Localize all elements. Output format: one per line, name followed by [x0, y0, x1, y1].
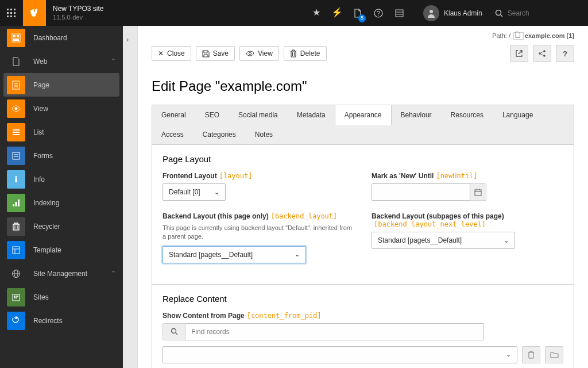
typo3-logo[interactable]	[23, 0, 46, 26]
datepicker-button[interactable]	[470, 183, 486, 201]
open-new-window-button[interactable]	[510, 45, 528, 62]
module-icon	[7, 312, 25, 330]
group-label: Web	[33, 57, 47, 66]
save-icon	[202, 50, 210, 57]
chevron-down-icon: ⌄	[295, 251, 300, 258]
share-button[interactable]	[533, 45, 551, 62]
module-group-site[interactable]: Site Management ⌃	[0, 262, 123, 285]
toolbar-icons: ★ ⚡ 5 ?	[306, 0, 409, 26]
module-sites[interactable]: Sites	[0, 285, 123, 309]
opendocs-badge: 5	[358, 14, 366, 22]
svg-line-60	[176, 333, 177, 335]
tab-metadata[interactable]: Metadata	[287, 105, 335, 125]
share-icon	[538, 49, 546, 57]
app-switcher[interactable]	[0, 0, 23, 26]
tabs: GeneralSEOSocial mediaMetadataAppearance…	[152, 105, 574, 145]
globe-icon	[7, 264, 25, 283]
remove-record-button[interactable]	[522, 346, 540, 363]
panel-replace-content: Replace Content Show Content from Page[c…	[152, 284, 574, 368]
search-box[interactable]	[489, 0, 582, 26]
module-forms[interactable]: Forms	[0, 144, 123, 167]
module-icon	[7, 170, 25, 189]
help-icon[interactable]: ?	[368, 0, 389, 26]
module-template[interactable]: Template	[0, 238, 123, 262]
site-info[interactable]: New TYPO3 site 11.5.0-dev ★ ⚡ 5 ?	[46, 0, 416, 26]
docheader: ✕Close Save View Delete ?	[138, 41, 588, 70]
cache-icon[interactable]: ⚡	[327, 0, 347, 26]
page-icon	[513, 32, 524, 40]
search-input[interactable]	[508, 9, 577, 17]
backend-layout-select[interactable]: Standard [pagets__Default] ⌄	[163, 246, 306, 263]
backend-layout-next-select[interactable]: Standard [pagets__Default] ⌄	[372, 232, 515, 249]
tree-collapse-bar[interactable]: ›	[123, 26, 138, 368]
module-redirects[interactable]: Redirects	[0, 309, 123, 332]
delete-button[interactable]: Delete	[284, 46, 327, 61]
tab-behaviour[interactable]: Behaviour	[391, 105, 442, 125]
module-icon	[7, 123, 25, 141]
tab-seo[interactable]: SEO	[195, 105, 229, 125]
svg-rect-35	[16, 202, 17, 206]
svg-rect-48	[16, 297, 17, 298]
module-label: Redirects	[33, 317, 63, 325]
tab-general[interactable]: General	[152, 105, 196, 125]
help-button[interactable]: ?	[556, 45, 574, 62]
bookmark-icon[interactable]: ★	[306, 0, 327, 26]
module-info[interactable]: Info	[0, 167, 123, 191]
avatar-icon	[423, 5, 439, 21]
opendocs-icon[interactable]: 5	[347, 0, 368, 26]
svg-point-52	[543, 55, 546, 57]
svg-line-53	[541, 52, 544, 53]
module-icon	[7, 241, 25, 259]
module-label: List	[33, 128, 44, 136]
chevron-right-icon: ›	[126, 35, 129, 44]
module-view[interactable]: View	[0, 97, 123, 120]
module-page[interactable]: Page	[3, 73, 119, 97]
module-dashboard[interactable]: Dashboard	[0, 26, 123, 49]
breadcrumb-page[interactable]: example.com [1]	[525, 32, 574, 39]
svg-line-16	[501, 15, 502, 17]
systeminfo-icon[interactable]	[389, 0, 409, 26]
folder-icon	[550, 351, 559, 358]
user-menu[interactable]: Klaus Admin	[416, 0, 489, 26]
svg-rect-37	[13, 247, 20, 254]
tab-notes[interactable]: Notes	[245, 124, 283, 145]
module-indexing[interactable]: Indexing	[0, 191, 123, 214]
svg-rect-44	[14, 296, 15, 297]
find-records-input[interactable]	[185, 323, 484, 340]
tab-language[interactable]: Language	[493, 105, 543, 125]
module-label: Dashboard	[33, 34, 67, 42]
site-version: 11.5.0-dev	[53, 13, 103, 21]
grid-icon	[7, 9, 16, 18]
close-button[interactable]: ✕Close	[152, 46, 191, 61]
field-label: Mark as 'New' Until[newUntil]	[372, 172, 563, 180]
tab-access[interactable]: Access	[152, 124, 194, 145]
search-records-button[interactable]	[163, 323, 185, 340]
svg-rect-2	[14, 9, 16, 10]
module-recycler[interactable]: Recycler	[0, 214, 123, 238]
breadcrumb: Path: / example.com [1]	[138, 26, 588, 41]
module-label: Indexing	[33, 199, 59, 207]
tab-resources[interactable]: Resources	[441, 105, 493, 125]
save-button[interactable]: Save	[196, 46, 235, 61]
tab-appearance[interactable]: Appearance	[335, 105, 392, 125]
svg-rect-0	[7, 9, 9, 10]
svg-rect-4	[10, 12, 12, 14]
content-from-select[interactable]: ⌄	[163, 346, 517, 363]
tab-categories[interactable]: Categories	[193, 124, 246, 145]
tab-social-media[interactable]: Social media	[229, 105, 288, 125]
content-area: Path: / example.com [1] ✕Close Save View…	[138, 26, 588, 368]
new-until-input[interactable]	[372, 183, 470, 201]
module-group-web[interactable]: Web ⌃	[0, 49, 123, 73]
search-icon	[495, 9, 503, 17]
svg-rect-19	[17, 35, 19, 37]
eye-icon	[246, 51, 254, 56]
svg-rect-7	[10, 16, 12, 17]
frontend-layout-select[interactable]: Default [0] ⌄	[163, 183, 226, 201]
view-button[interactable]: View	[239, 46, 279, 61]
module-list[interactable]: List	[0, 120, 123, 144]
svg-rect-45	[16, 296, 17, 297]
svg-rect-55	[475, 190, 481, 195]
browse-record-button[interactable]	[545, 346, 563, 363]
chevron-up-icon: ⌃	[111, 270, 116, 277]
svg-rect-46	[17, 296, 18, 297]
